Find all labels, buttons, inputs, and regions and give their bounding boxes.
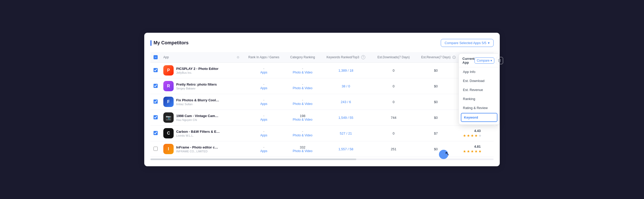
table-row: 📷 1998 Cam - Vintage Camera Huu Nguyen C… <box>150 110 494 126</box>
row-app-cell: F Fix Photos & Blurry Cool Edit Imtiaz S… <box>161 94 233 110</box>
revenue-value: $0 <box>434 147 438 151</box>
row-checkbox[interactable] <box>154 68 158 72</box>
row-category-cell: - Photo & Video <box>285 63 320 78</box>
row-rank-cell: - Apps <box>243 78 285 94</box>
star-empty: ★ <box>478 134 482 138</box>
downloads-value: 744 <box>391 116 396 120</box>
category-rank-sub: Photo & Video <box>287 102 317 106</box>
row-category-cell: 198 Photo & Video <box>285 110 320 126</box>
nav-left-icon[interactable]: ⊙ <box>452 54 456 60</box>
star-full: ★ <box>474 134 478 138</box>
row-category-cell: - Photo & Video <box>285 126 320 141</box>
app-dev: INFRAME CO., LIMITED <box>176 150 220 153</box>
category-rank-sub: Photo & Video <box>287 149 317 153</box>
star-full: ★ <box>463 134 466 138</box>
rank-value: - <box>245 114 283 118</box>
row-collapse-cell <box>233 63 243 78</box>
app-name: PICSPLAY 2 - Photo Editor <box>176 67 218 71</box>
row-collapse-cell <box>233 126 243 141</box>
keywords-value: 1,549 / 55 <box>338 116 353 120</box>
category-rank-sub: Photo & Video <box>287 71 317 74</box>
chevron-down-icon: ▾ <box>488 41 490 45</box>
star-full: ★ <box>471 149 474 153</box>
side-menu-item-est.-download[interactable]: Est. Download <box>459 76 499 85</box>
row-rank-cell: - Apps <box>243 63 285 78</box>
app-icon: P <box>163 65 174 76</box>
page-title: My Competitors <box>154 40 189 46</box>
row-rating-cell: 4.43 ★★★★★ <box>456 126 484 141</box>
side-menu-item-app-info[interactable]: App Info <box>459 67 499 76</box>
chevron-down-icon-panel: ▾ <box>490 59 492 62</box>
side-panel-menu: App InfoEst. DownloadEst. RevenueRanking… <box>459 67 499 122</box>
side-menu-item-rating-&-review[interactable]: Rating & Review <box>459 103 499 112</box>
row-downloads-cell: 0 <box>372 94 416 110</box>
revenue-value: $0 <box>434 100 438 104</box>
app-details: Pretty Retro: photo filters Sergey Bakae… <box>176 82 217 90</box>
row-downloads-cell: 0 <box>372 78 416 94</box>
row-checkbox[interactable] <box>154 147 158 151</box>
table-row: F Fix Photos & Blurry Cool Edit Imtiaz S… <box>150 94 494 110</box>
downloads-value: 0 <box>393 69 394 72</box>
competitors-table: − App ⊙ Rank In Apps / Games Categor <box>150 52 494 157</box>
row-expand-cell <box>484 126 494 141</box>
col-app: App <box>161 52 233 63</box>
title-bar <box>150 40 151 46</box>
star-half: ★ <box>478 149 482 153</box>
category-rank-value: 198 <box>287 114 317 118</box>
category-rank-value: - <box>287 98 317 102</box>
app-name: 1998 Cam - Vintage Camera <box>176 114 220 118</box>
app-icon: C <box>163 128 174 138</box>
side-menu-item-est.-revenue[interactable]: Est. Revenue <box>459 85 499 94</box>
side-menu-item-keyword[interactable]: Keyword <box>461 113 497 122</box>
app-dev: Livintis W.L.L. <box>176 134 220 137</box>
row-rank-cell: - Apps <box>243 126 285 141</box>
row-keywords-cell: 527 / 21 <box>320 126 372 141</box>
compare-dropdown[interactable]: Compare ▾ <box>474 57 494 64</box>
row-keywords-cell: 243 / 6 <box>320 94 372 110</box>
row-app-cell: C Carbon - B&W Filters & Effe... Livinti… <box>161 126 233 141</box>
table-row: R Pretty Retro: photo filters Sergey Bak… <box>150 78 494 94</box>
row-checkbox[interactable] <box>154 131 158 135</box>
delete-button[interactable]: 🗑 <box>496 57 503 64</box>
row-rank-cell: - Apps <box>243 110 285 126</box>
app-name: Pretty Retro: photo filters <box>176 82 217 86</box>
keywords-info-icon[interactable]: ? <box>361 55 365 59</box>
row-checkbox[interactable] <box>154 84 158 88</box>
header-row: My Competitors Compare Selected Apps 5/5… <box>150 39 494 47</box>
row-checkbox-cell <box>150 141 161 157</box>
row-collapse-cell <box>233 94 243 110</box>
revenue-value: $7 <box>434 131 438 135</box>
table-row: P PICSPLAY 2 - Photo Editor JellyBus Inc… <box>150 63 494 78</box>
rank-value: - <box>245 145 283 149</box>
col-collapse-left[interactable]: ⊙ <box>233 52 243 63</box>
row-app-cell: I InFrame - Photo editor colla... INFRAM… <box>161 141 233 157</box>
bottom-scrollbar-thumb <box>150 159 356 160</box>
row-checkbox-cell <box>150 94 161 110</box>
rank-value: - <box>245 82 283 86</box>
row-checkbox-cell <box>150 63 161 78</box>
row-collapse-cell <box>233 141 243 157</box>
keywords-value: 1,389 / 18 <box>338 69 353 72</box>
star-full: ★ <box>474 149 478 153</box>
row-category-cell: - Photo & Video <box>285 94 320 110</box>
keywords-value: 527 / 21 <box>340 131 352 135</box>
row-revenue-cell: $0 <box>416 141 456 157</box>
row-collapse-cell <box>233 110 243 126</box>
keywords-value: 243 / 6 <box>341 100 351 104</box>
row-app-cell: R Pretty Retro: photo filters Sergey Bak… <box>161 78 233 94</box>
side-menu-item-ranking[interactable]: Ranking <box>459 94 499 103</box>
app-icon: 📷 <box>163 112 174 123</box>
row-collapse-cell <box>233 78 243 94</box>
row-checkbox[interactable] <box>154 100 158 104</box>
compare-selected-button[interactable]: Compare Selected Apps 5/5 ▾ <box>441 39 494 47</box>
app-name: InFrame - Photo editor colla... <box>176 145 220 149</box>
row-rank-cell: - Apps <box>243 94 285 110</box>
app-dev: Sergey Bakaev <box>176 87 217 90</box>
app-name: Fix Photos & Blurry Cool Edit <box>176 98 220 102</box>
row-checkbox[interactable] <box>154 115 158 119</box>
app-icon: I <box>163 144 174 154</box>
category-rank-value: 332 <box>287 145 317 149</box>
app-details: PICSPLAY 2 - Photo Editor JellyBus Inc. <box>176 67 218 74</box>
row-checkbox-cell <box>150 110 161 126</box>
downloads-value: 0 <box>393 84 394 88</box>
